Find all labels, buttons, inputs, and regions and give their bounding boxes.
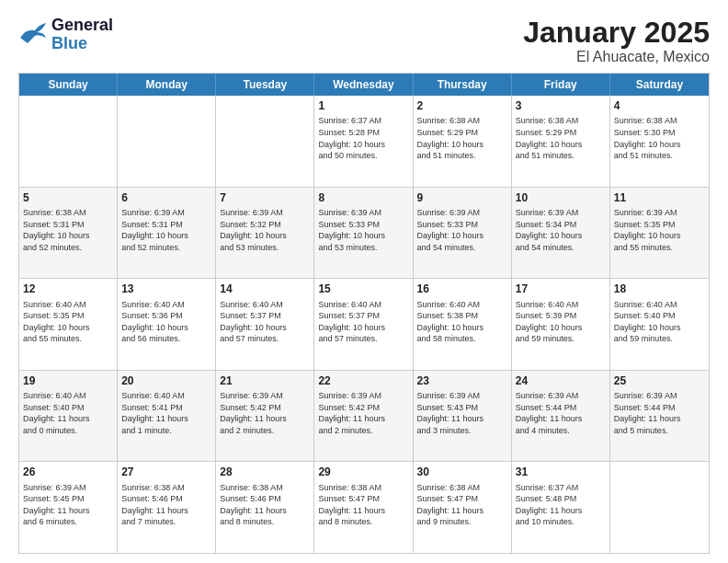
title-block: January 2025 El Ahuacate, Mexico [523,17,710,65]
cal-cell-week4-day4: 22Sunrise: 6:39 AM Sunset: 5:42 PM Dayli… [314,371,413,462]
calendar-week-3: 12Sunrise: 6:40 AM Sunset: 5:35 PM Dayli… [19,278,709,370]
day-number: 4 [614,98,705,113]
day-info: Sunrise: 6:40 AM Sunset: 5:40 PM Dayligh… [614,299,705,345]
day-info: Sunrise: 6:38 AM Sunset: 5:30 PM Dayligh… [614,115,705,161]
cal-cell-week4-day3: 21Sunrise: 6:39 AM Sunset: 5:42 PM Dayli… [216,371,314,462]
day-info: Sunrise: 6:39 AM Sunset: 5:31 PM Dayligh… [121,207,211,253]
header-monday: Monday [118,74,216,96]
day-number: 1 [318,98,408,113]
day-number: 19 [23,373,113,388]
day-info: Sunrise: 6:39 AM Sunset: 5:45 PM Dayligh… [23,482,113,528]
day-number: 21 [220,373,310,388]
day-info: Sunrise: 6:39 AM Sunset: 5:42 PM Dayligh… [220,390,310,436]
day-info: Sunrise: 6:39 AM Sunset: 5:33 PM Dayligh… [417,207,507,253]
day-number: 30 [417,465,507,479]
day-info: Sunrise: 6:39 AM Sunset: 5:43 PM Dayligh… [417,390,507,436]
day-info: Sunrise: 6:39 AM Sunset: 5:34 PM Dayligh… [516,207,606,253]
day-number: 26 [23,465,113,479]
page: General Blue January 2025 El Ahuacate, M… [0,0,728,563]
cal-cell-week3-day2: 13Sunrise: 6:40 AM Sunset: 5:36 PM Dayli… [118,279,216,370]
day-info: Sunrise: 6:40 AM Sunset: 5:41 PM Dayligh… [121,390,211,436]
cal-cell-week4-day1: 19Sunrise: 6:40 AM Sunset: 5:40 PM Dayli… [19,371,118,462]
day-number: 5 [23,190,113,205]
cal-cell-week5-day3: 28Sunrise: 6:38 AM Sunset: 5:46 PM Dayli… [216,462,314,553]
day-info: Sunrise: 6:39 AM Sunset: 5:35 PM Dayligh… [614,207,705,253]
day-info: Sunrise: 6:38 AM Sunset: 5:47 PM Dayligh… [417,482,507,528]
day-info: Sunrise: 6:40 AM Sunset: 5:40 PM Dayligh… [23,390,113,436]
day-info: Sunrise: 6:38 AM Sunset: 5:29 PM Dayligh… [417,115,507,161]
logo-general: General [51,17,113,35]
cal-cell-week3-day7: 18Sunrise: 6:40 AM Sunset: 5:40 PM Dayli… [610,279,709,370]
day-number: 20 [121,373,211,388]
logo-bird-icon [18,21,50,49]
day-info: Sunrise: 6:39 AM Sunset: 5:33 PM Dayligh… [318,207,408,253]
cal-cell-week4-day7: 25Sunrise: 6:39 AM Sunset: 5:44 PM Dayli… [610,371,709,462]
cal-cell-week4-day2: 20Sunrise: 6:40 AM Sunset: 5:41 PM Dayli… [118,371,216,462]
cal-cell-week2-day2: 6Sunrise: 6:39 AM Sunset: 5:31 PM Daylig… [118,188,216,279]
header-sunday: Sunday [19,74,118,96]
day-number: 29 [318,465,408,479]
header-thursday: Thursday [414,74,512,96]
day-number: 13 [121,282,211,296]
cal-cell-week2-day3: 7Sunrise: 6:39 AM Sunset: 5:32 PM Daylig… [216,188,314,279]
cal-cell-week2-day6: 10Sunrise: 6:39 AM Sunset: 5:34 PM Dayli… [512,188,610,279]
day-number: 22 [318,373,408,388]
day-info: Sunrise: 6:38 AM Sunset: 5:31 PM Dayligh… [23,207,113,253]
day-number: 2 [417,98,507,113]
cal-cell-week5-day2: 27Sunrise: 6:38 AM Sunset: 5:46 PM Dayli… [118,462,216,553]
calendar-header: Sunday Monday Tuesday Wednesday Thursday… [19,74,709,96]
day-info: Sunrise: 6:38 AM Sunset: 5:29 PM Dayligh… [516,115,606,161]
day-number: 9 [417,190,507,205]
calendar-subtitle: El Ahuacate, Mexico [523,49,710,65]
day-info: Sunrise: 6:38 AM Sunset: 5:47 PM Dayligh… [318,482,408,528]
cal-cell-week2-day5: 9Sunrise: 6:39 AM Sunset: 5:33 PM Daylig… [414,188,512,279]
calendar: Sunday Monday Tuesday Wednesday Thursday… [18,73,710,554]
cal-cell-week3-day5: 16Sunrise: 6:40 AM Sunset: 5:38 PM Dayli… [414,279,512,370]
day-number: 12 [23,282,113,296]
header: General Blue January 2025 El Ahuacate, M… [18,17,710,65]
day-number: 3 [516,98,606,113]
cal-cell-week2-day1: 5Sunrise: 6:38 AM Sunset: 5:31 PM Daylig… [19,188,118,279]
cal-cell-week1-day5: 2Sunrise: 6:38 AM Sunset: 5:29 PM Daylig… [414,96,512,187]
day-info: Sunrise: 6:40 AM Sunset: 5:37 PM Dayligh… [318,299,408,345]
day-info: Sunrise: 6:40 AM Sunset: 5:38 PM Dayligh… [417,299,507,345]
day-info: Sunrise: 6:38 AM Sunset: 5:46 PM Dayligh… [220,482,310,528]
calendar-week-1: 1Sunrise: 6:37 AM Sunset: 5:28 PM Daylig… [19,96,709,187]
cal-cell-week5-day5: 30Sunrise: 6:38 AM Sunset: 5:47 PM Dayli… [414,462,512,553]
logo: General Blue [18,17,113,53]
cal-cell-week3-day6: 17Sunrise: 6:40 AM Sunset: 5:39 PM Dayli… [512,279,610,370]
day-info: Sunrise: 6:37 AM Sunset: 5:28 PM Dayligh… [318,115,408,161]
calendar-week-2: 5Sunrise: 6:38 AM Sunset: 5:31 PM Daylig… [19,187,709,279]
cal-cell-week4-day6: 24Sunrise: 6:39 AM Sunset: 5:44 PM Dayli… [512,371,610,462]
day-info: Sunrise: 6:39 AM Sunset: 5:44 PM Dayligh… [614,390,705,436]
header-tuesday: Tuesday [216,74,314,96]
day-info: Sunrise: 6:39 AM Sunset: 5:32 PM Dayligh… [220,207,310,253]
cal-cell-week3-day3: 14Sunrise: 6:40 AM Sunset: 5:37 PM Dayli… [216,279,314,370]
day-info: Sunrise: 6:39 AM Sunset: 5:44 PM Dayligh… [516,390,606,436]
cal-cell-week5-day1: 26Sunrise: 6:39 AM Sunset: 5:45 PM Dayli… [19,462,118,553]
calendar-body: 1Sunrise: 6:37 AM Sunset: 5:28 PM Daylig… [19,96,709,553]
day-number: 16 [417,282,507,296]
calendar-week-5: 26Sunrise: 6:39 AM Sunset: 5:45 PM Dayli… [19,461,709,553]
cal-cell-week1-day3 [216,96,314,187]
day-number: 8 [318,190,408,205]
cal-cell-week1-day1 [19,96,118,187]
cal-cell-week3-day1: 12Sunrise: 6:40 AM Sunset: 5:35 PM Dayli… [19,279,118,370]
day-number: 14 [220,282,310,296]
day-info: Sunrise: 6:39 AM Sunset: 5:42 PM Dayligh… [318,390,408,436]
day-number: 24 [516,373,606,388]
header-friday: Friday [512,74,610,96]
logo-blue: Blue [51,35,113,53]
day-info: Sunrise: 6:40 AM Sunset: 5:37 PM Dayligh… [220,299,310,345]
calendar-title: January 2025 [523,17,710,49]
cal-cell-week2-day7: 11Sunrise: 6:39 AM Sunset: 5:35 PM Dayli… [610,188,709,279]
cal-cell-week1-day6: 3Sunrise: 6:38 AM Sunset: 5:29 PM Daylig… [512,96,610,187]
day-number: 28 [220,465,310,479]
day-info: Sunrise: 6:40 AM Sunset: 5:39 PM Dayligh… [516,299,606,345]
cal-cell-week1-day2 [118,96,216,187]
day-number: 23 [417,373,507,388]
day-number: 11 [614,190,705,205]
cal-cell-week4-day5: 23Sunrise: 6:39 AM Sunset: 5:43 PM Dayli… [414,371,512,462]
cal-cell-week3-day4: 15Sunrise: 6:40 AM Sunset: 5:37 PM Dayli… [314,279,413,370]
day-number: 25 [614,373,705,388]
